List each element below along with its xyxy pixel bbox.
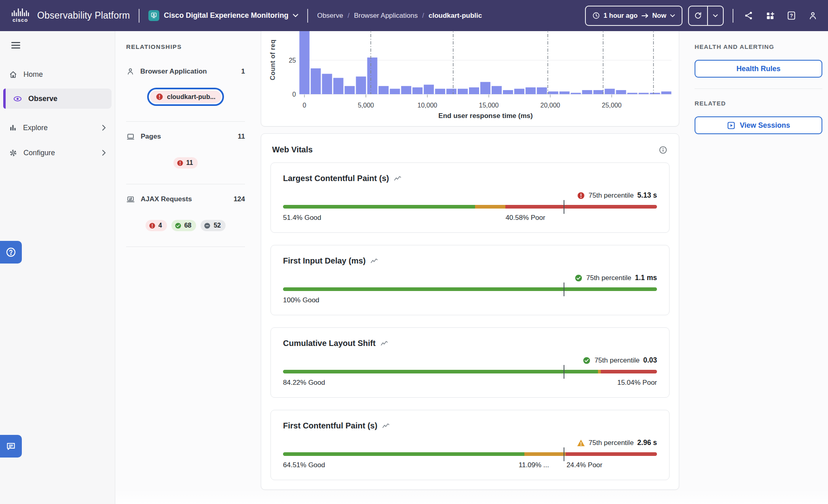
breadcrumb-browser-applications[interactable]: Browser Applications — [354, 12, 418, 20]
segment-good — [283, 370, 598, 373]
critical-status-icon — [177, 160, 184, 167]
relationships-title: RELATIONSHIPS — [126, 43, 245, 50]
tenant-switcher[interactable]: Cisco Digital Experience Monitoring — [148, 10, 298, 21]
refresh-options-button[interactable] — [707, 6, 723, 25]
distribution-bar[interactable] — [283, 287, 657, 291]
segment-poor — [505, 205, 657, 209]
collapse-nav-button[interactable] — [11, 42, 20, 49]
x-tick-label: 10,000 — [418, 102, 437, 109]
arrow-right-icon — [641, 13, 648, 19]
distribution-bar[interactable] — [283, 205, 657, 209]
ajax-neutral-badge[interactable]: 52 — [201, 220, 226, 231]
histogram-bar[interactable] — [537, 87, 547, 94]
product-title: Observability Platform — [37, 10, 130, 21]
breadcrumb-current: cloudkart-public — [429, 12, 482, 20]
histogram-bar[interactable] — [344, 86, 355, 94]
histogram-bar[interactable] — [639, 93, 649, 94]
distribution-bar[interactable] — [283, 452, 657, 456]
distribution-label: 84.22% Good — [283, 379, 325, 387]
sidebar-item-observe[interactable]: Observe — [3, 89, 112, 109]
time-range-start: 1 hour ago — [604, 12, 638, 19]
view-sessions-button[interactable]: View Sessions — [695, 116, 822, 134]
y-tick-label: 25 — [289, 57, 296, 64]
divider — [126, 247, 245, 247]
ajax-critical-badge[interactable]: 4 — [146, 220, 167, 231]
user-icon — [808, 11, 817, 20]
user-menu-button[interactable] — [808, 11, 817, 20]
histogram-bar[interactable] — [424, 84, 434, 94]
histogram-bar[interactable] — [322, 74, 332, 94]
histogram-bar[interactable] — [560, 91, 570, 94]
warning-status-icon — [577, 439, 585, 447]
health-rules-button[interactable]: Health Rules — [695, 60, 822, 78]
histogram-bar[interactable] — [514, 89, 524, 94]
p75-marker — [564, 283, 564, 296]
histogram-bar[interactable] — [390, 89, 400, 94]
refresh-button[interactable] — [689, 6, 707, 25]
brand[interactable]: cisco Observability Platform — [11, 7, 130, 24]
histogram-bar[interactable] — [571, 93, 581, 94]
histogram-bar[interactable] — [480, 82, 490, 94]
histogram-bar[interactable] — [401, 86, 411, 94]
trend-icon — [394, 175, 401, 182]
histogram-bar[interactable] — [492, 86, 502, 94]
histogram-bar[interactable] — [446, 89, 456, 94]
histogram-bar[interactable] — [300, 30, 310, 94]
ajax-good-badge[interactable]: 68 — [171, 220, 196, 231]
breadcrumb: Observe / Browser Applications / cloudka… — [317, 12, 482, 20]
histogram-bar[interactable] — [661, 91, 671, 94]
distribution-label: 40.58% Poor — [505, 214, 545, 222]
sidebar-item-home[interactable]: Home — [0, 64, 115, 84]
distribution-label: 51.4% Good — [283, 214, 321, 222]
chat-bubble-icon — [6, 441, 16, 451]
pages-critical-badge[interactable]: 11 — [173, 157, 198, 169]
histogram-bar[interactable] — [367, 57, 377, 94]
apps-button[interactable] — [765, 11, 775, 20]
histogram-bar[interactable] — [378, 86, 389, 94]
web-vitals-info-button[interactable] — [659, 146, 667, 154]
good-status-icon — [175, 222, 182, 229]
x-axis-title: End user response time (ms) — [438, 112, 532, 120]
ajax-requests-icon — [126, 195, 135, 204]
time-range-selector[interactable]: 1 hour ago Now — [585, 6, 682, 26]
segment-needs_improvement — [524, 452, 566, 456]
breadcrumb-observe[interactable]: Observe — [317, 12, 343, 20]
histogram-bar[interactable] — [503, 90, 513, 94]
chevron-down-icon — [670, 14, 675, 17]
histogram-bar[interactable] — [469, 87, 479, 94]
histogram-bar[interactable] — [333, 78, 343, 94]
support-fab-button[interactable] — [0, 241, 22, 264]
x-tick-label: 0 — [303, 102, 306, 109]
feedback-fab-button[interactable] — [0, 435, 22, 458]
browser-application-icon — [126, 67, 135, 76]
histogram-bar[interactable] — [650, 93, 660, 94]
p75-marker — [564, 200, 564, 214]
entity-chip-cloudkart-public[interactable]: cloudkart-pub... — [147, 88, 224, 106]
histogram-bar[interactable] — [594, 90, 604, 94]
share-button[interactable] — [744, 11, 753, 20]
histogram-bar[interactable] — [616, 90, 626, 94]
chevron-right-icon — [102, 150, 106, 156]
segment-good — [283, 287, 657, 291]
histogram-bar[interactable] — [627, 93, 638, 94]
percentile-value: 1.1 ms — [635, 274, 657, 282]
histogram-bar[interactable] — [605, 89, 615, 94]
help-circle-icon — [5, 247, 17, 258]
distribution-bar[interactable] — [283, 370, 657, 373]
relationship-group-pages[interactable]: Pages 11 — [126, 132, 245, 141]
histogram-bar[interactable] — [548, 91, 558, 94]
web-vital-card-fid: First Input Delay (ms) 75th percentile 1… — [270, 245, 670, 315]
relationship-group-ajax-requests[interactable]: AJAX Requests 124 — [126, 195, 245, 204]
histogram-bar[interactable] — [356, 76, 366, 94]
histogram-bar[interactable] — [582, 90, 592, 94]
header-divider — [733, 9, 733, 23]
relationship-group-browser-application[interactable]: Browser Application 1 — [126, 67, 245, 76]
sidebar-item-configure[interactable]: Configure — [0, 143, 115, 163]
histogram-bar[interactable] — [310, 68, 321, 94]
histogram-bar[interactable] — [526, 87, 536, 94]
help-button[interactable]: ? — [787, 11, 796, 20]
histogram-bar[interactable] — [458, 89, 468, 94]
histogram-bar[interactable] — [435, 89, 445, 94]
histogram-bar[interactable] — [412, 87, 422, 94]
sidebar-item-explore[interactable]: Explore — [0, 118, 115, 138]
